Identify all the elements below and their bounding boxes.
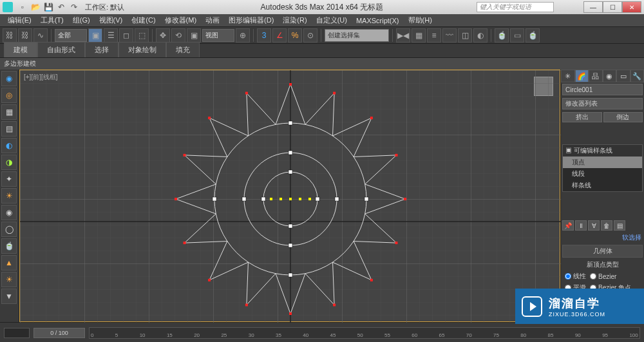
tab-populate[interactable]: 填充 bbox=[166, 42, 200, 57]
render-icon[interactable]: 🍵 bbox=[526, 28, 540, 43]
save-icon[interactable]: 💾 bbox=[43, 2, 54, 12]
pin-stack-icon[interactable]: 📌 bbox=[562, 220, 574, 231]
palette-btn[interactable]: ▤ bbox=[1, 121, 17, 137]
menu-bar: 编辑(E) 工具(T) 组(G) 视图(V) 创建(C) 修改器(M) 动画 图… bbox=[0, 14, 644, 27]
object-name-field[interactable]: Circle001 bbox=[562, 84, 643, 95]
menu-group[interactable]: 组(G) bbox=[69, 14, 94, 26]
extrude-button[interactable]: 挤出 bbox=[562, 112, 602, 122]
window-crossing-icon[interactable]: ⬚ bbox=[135, 28, 149, 43]
subobj-segment[interactable]: 线段 bbox=[563, 168, 642, 180]
unlink-icon[interactable]: ⛓ bbox=[18, 28, 32, 43]
select-name-icon[interactable]: ☰ bbox=[104, 28, 118, 43]
tab-object-paint[interactable]: 对象绘制 bbox=[118, 42, 166, 57]
menu-edit[interactable]: 编辑(E) bbox=[4, 14, 35, 26]
modifier-stack[interactable]: ▣ 可编辑样条线 顶点 线段 样条线 bbox=[562, 144, 643, 192]
palette-btn[interactable]: ◉ bbox=[1, 205, 17, 220]
new-icon[interactable]: ▫ bbox=[17, 2, 28, 12]
track-bar-toggle[interactable] bbox=[4, 328, 30, 338]
soft-selection-rollout[interactable]: 软选择 bbox=[561, 232, 644, 243]
select-icon[interactable]: ▣ bbox=[88, 28, 102, 43]
config-icon[interactable]: ▤ bbox=[614, 220, 625, 231]
motion-tab-icon[interactable]: ◉ bbox=[603, 70, 617, 82]
bevel-button[interactable]: 倒边 bbox=[603, 112, 643, 122]
move-icon[interactable]: ✥ bbox=[156, 28, 170, 43]
palette-btn[interactable]: ▦ bbox=[1, 104, 17, 120]
workspace-dropdown[interactable]: 工作区: 默认 bbox=[85, 3, 124, 12]
tab-selection[interactable]: 选择 bbox=[85, 42, 118, 57]
hierarchy-tab-icon[interactable]: 品 bbox=[589, 70, 603, 82]
palette-btn[interactable]: ▼ bbox=[1, 289, 17, 304]
spinner-snap-icon[interactable]: ⊙ bbox=[303, 28, 317, 43]
menu-modifiers[interactable]: 修改器(M) bbox=[161, 14, 201, 26]
frame-slider[interactable]: 0 / 100 bbox=[33, 328, 85, 338]
layers-icon[interactable]: ≡ bbox=[427, 28, 441, 43]
menu-views[interactable]: 视图(V) bbox=[95, 14, 127, 26]
subobj-vertex[interactable]: 顶点 bbox=[563, 157, 642, 168]
close-button[interactable]: ✕ bbox=[622, 1, 641, 13]
schematic-icon[interactable]: ◫ bbox=[458, 28, 472, 43]
radio-linear[interactable]: 线性 bbox=[565, 272, 586, 281]
render-frame-icon[interactable]: ▭ bbox=[510, 28, 524, 43]
palette-btn[interactable]: ◐ bbox=[1, 138, 17, 153]
palette-btn[interactable]: ◯ bbox=[1, 222, 17, 237]
palette-btn[interactable]: ▲ bbox=[1, 255, 17, 271]
redo-icon[interactable]: ↷ bbox=[68, 2, 80, 12]
angle-snap-icon[interactable]: ∠ bbox=[272, 28, 287, 43]
rotate-icon[interactable]: ⟲ bbox=[171, 28, 185, 43]
menu-customize[interactable]: 自定义(U) bbox=[312, 14, 351, 26]
menu-graph[interactable]: 图形编辑器(D) bbox=[225, 14, 278, 26]
snap-icon[interactable]: 3 bbox=[257, 28, 271, 43]
render-setup-icon[interactable]: 🍵 bbox=[495, 28, 509, 43]
align-icon[interactable]: ▦ bbox=[412, 28, 426, 43]
menu-render[interactable]: 渲染(R) bbox=[279, 14, 310, 26]
viewport[interactable]: [+][前][线框] bbox=[19, 70, 560, 322]
menu-animation[interactable]: 动画 bbox=[202, 14, 223, 26]
palette-btn[interactable]: ✦ bbox=[1, 171, 17, 187]
display-tab-icon[interactable]: ▭ bbox=[616, 70, 630, 82]
svg-rect-16 bbox=[289, 312, 292, 315]
palette-btn[interactable]: ☀ bbox=[1, 188, 17, 204]
bind-icon[interactable]: ∿ bbox=[33, 28, 48, 43]
palette-btn[interactable]: ◎ bbox=[1, 88, 17, 103]
remove-mod-icon[interactable]: 🗑 bbox=[601, 220, 612, 231]
timeline-track[interactable]: 0510152025303540455055606570758085909510… bbox=[89, 327, 640, 339]
curve-editor-icon[interactable]: 〰 bbox=[442, 28, 457, 43]
menu-help[interactable]: 帮助(H) bbox=[404, 14, 436, 26]
modifier-list-dropdown[interactable]: 修改器列表 bbox=[562, 98, 643, 109]
menu-tools[interactable]: 工具(T) bbox=[37, 14, 68, 26]
show-end-icon[interactable]: Ⅱ bbox=[575, 220, 587, 231]
material-icon[interactable]: ◐ bbox=[473, 28, 488, 43]
menu-maxscript[interactable]: MAXScript(X) bbox=[352, 15, 403, 26]
tab-modeling[interactable]: 建模 bbox=[4, 42, 37, 57]
modify-tab-icon[interactable]: 🌈 bbox=[575, 70, 589, 82]
palette-btn[interactable]: ◑ bbox=[1, 155, 17, 170]
unique-icon[interactable]: ∀ bbox=[588, 220, 600, 231]
palette-btn[interactable]: ◉ bbox=[1, 71, 17, 86]
selection-filter[interactable]: 全部 bbox=[55, 29, 87, 42]
menu-create[interactable]: 创建(C) bbox=[128, 14, 159, 26]
undo-icon[interactable]: ↶ bbox=[55, 2, 67, 12]
stack-header[interactable]: ▣ 可编辑样条线 bbox=[563, 145, 642, 157]
rollout-header[interactable]: 几何体 bbox=[562, 245, 643, 258]
pivot-icon[interactable]: ⊕ bbox=[236, 28, 250, 43]
svg-rect-9 bbox=[333, 92, 336, 95]
select-region-icon[interactable]: ◻ bbox=[119, 28, 133, 43]
open-icon[interactable]: 📂 bbox=[30, 2, 41, 12]
link-icon[interactable]: ⛓ bbox=[3, 28, 17, 43]
subobj-spline[interactable]: 样条线 bbox=[563, 180, 642, 191]
palette-btn[interactable]: ☀ bbox=[1, 272, 17, 287]
named-selection-set[interactable]: 创建选择集 bbox=[325, 29, 389, 42]
percent-snap-icon[interactable]: % bbox=[288, 28, 302, 43]
ref-coord-dropdown[interactable]: 视图 bbox=[202, 29, 234, 42]
tab-freeform[interactable]: 自由形式 bbox=[37, 42, 85, 57]
minimize-button[interactable]: — bbox=[583, 1, 603, 13]
search-input[interactable]: 键入关键字或短语 bbox=[477, 2, 554, 12]
scale-icon[interactable]: ▣ bbox=[187, 28, 201, 43]
maximize-button[interactable]: ☐ bbox=[603, 1, 622, 13]
radio-bezier[interactable]: Bezier bbox=[590, 272, 616, 281]
mirror-icon[interactable]: ▶◀ bbox=[396, 28, 410, 43]
palette-btn[interactable]: 🍵 bbox=[1, 238, 17, 254]
utilities-tab-icon[interactable]: 🔧 bbox=[630, 70, 645, 82]
create-tab-icon[interactable]: ✳ bbox=[561, 70, 575, 82]
command-panel: ✳ 🌈 品 ◉ ▭ 🔧 Circle001 修改器列表 挤出 倒边 ▣ 可编辑样… bbox=[560, 70, 644, 322]
